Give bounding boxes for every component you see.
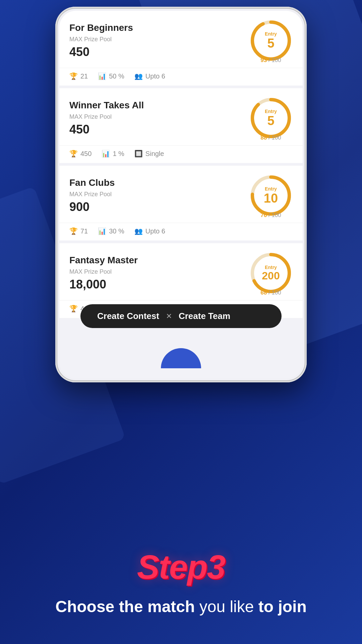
create-contest-label[interactable]: Create Contest xyxy=(97,311,159,321)
contest-card-fanclubs[interactable]: Fan Clubs MAX Prize Pool 900 Entry 10 xyxy=(59,166,303,240)
stat-team-fanclubs: 👥 Upto 6 xyxy=(134,227,165,235)
partial-circle xyxy=(161,348,201,368)
entry-circle-inner-beginners: Entry 5 xyxy=(249,19,293,62)
card-info-winner: Winner Takes All MAX Prize Pool 450 xyxy=(69,100,144,137)
team-icon-fanclubs: 👥 xyxy=(134,227,143,235)
card-subtitle-fanclubs: MAX Prize Pool xyxy=(69,191,115,198)
stat-chart-value-fanclubs: 30 % xyxy=(109,227,124,235)
step-subtitle: Choose the match you like to join xyxy=(35,596,326,617)
card-main-fanclubs: Fan Clubs MAX Prize Pool 900 Entry 10 xyxy=(59,166,303,223)
create-team-label[interactable]: Create Team xyxy=(179,311,230,321)
card-title-fantasy: Fantasy Master xyxy=(69,255,138,266)
stat-chart-value-beginners: 50 % xyxy=(109,72,124,80)
card-prize-fanclubs: 900 xyxy=(69,200,115,214)
entry-circle-inner-fanclubs: Entry 10 xyxy=(249,174,293,217)
entry-label-winner: Entry xyxy=(265,109,277,114)
stat-trophy-value-beginners: 21 xyxy=(80,72,88,80)
card-main-winner: Winner Takes All MAX Prize Pool 450 Entr… xyxy=(59,88,303,145)
stat-trophy-winner: 🏆 450 xyxy=(69,150,92,158)
team-icon-winner: 🔲 xyxy=(134,150,143,158)
card-info-fantasy: Fantasy Master MAX Prize Pool 18,000 xyxy=(69,255,138,291)
stat-team-value-winner: Single xyxy=(145,150,164,158)
trophy-icon-fanclubs: 🏆 xyxy=(69,227,78,235)
phone-frame: For Beginners MAX Prize Pool 450 Entry 5 xyxy=(55,7,307,382)
bottom-action-bar: Create Contest ✕ Create Team xyxy=(80,304,282,328)
entry-circle-fanclubs: Entry 10 76 / 100 xyxy=(249,174,293,217)
entry-number-fantasy: 200 xyxy=(262,270,280,281)
stat-chart-winner: 📊 1 % xyxy=(102,150,124,158)
card-prize-fantasy: 18,000 xyxy=(69,277,138,291)
stat-trophy-beginners: 🏆 21 xyxy=(69,72,88,80)
entry-circle-inner-fantasy: Entry 200 xyxy=(249,251,293,295)
contests-list: For Beginners MAX Prize Pool 450 Entry 5 xyxy=(59,11,303,378)
entry-circle-inner-winner: Entry 5 xyxy=(249,96,293,140)
card-main-fantasy: Fantasy Master MAX Prize Pool 18,000 Ent… xyxy=(59,243,303,300)
subtitle-bold2: to join xyxy=(258,598,307,615)
stat-chart-beginners: 📊 50 % xyxy=(98,72,124,80)
card-info-fanclubs: Fan Clubs MAX Prize Pool 900 xyxy=(69,177,115,214)
entry-label-beginners: Entry xyxy=(265,32,277,36)
stat-team-value-beginners: Upto 6 xyxy=(145,72,165,80)
contest-card-winner[interactable]: Winner Takes All MAX Prize Pool 450 Entr… xyxy=(59,88,303,163)
entry-circle-beginners: Entry 5 93 / 100 xyxy=(249,19,293,62)
card-subtitle-beginners: MAX Prize Pool xyxy=(69,36,133,43)
entry-progress-beginners: 93 / 100 xyxy=(260,57,281,64)
step-section: Step3 Choose the match you like to join xyxy=(0,396,362,644)
stat-trophy-value-winner: 450 xyxy=(80,150,92,158)
trophy-icon-fantasy: 🏆 xyxy=(69,305,78,313)
stat-team-winner: 🔲 Single xyxy=(134,150,164,158)
card-info-beginners: For Beginners MAX Prize Pool 450 xyxy=(69,22,133,59)
stat-trophy-value-fanclubs: 71 xyxy=(80,227,88,235)
contest-card-fantasy[interactable]: Fantasy Master MAX Prize Pool 18,000 Ent… xyxy=(59,243,303,318)
entry-circle-winner: Entry 5 88 / 100 xyxy=(249,96,293,140)
divider-icon: ✕ xyxy=(166,312,172,321)
chart-icon-beginners: 📊 xyxy=(98,72,106,80)
card-subtitle-fantasy: MAX Prize Pool xyxy=(69,268,138,275)
entry-number-winner: 5 xyxy=(267,114,274,127)
entry-number-fanclubs: 10 xyxy=(264,192,278,205)
card-stats-fanclubs: 🏆 71 📊 30 % 👥 Upto 6 xyxy=(59,223,303,240)
card-main-beginners: For Beginners MAX Prize Pool 450 Entry 5 xyxy=(59,11,303,68)
step-title: Step3 xyxy=(137,548,225,586)
stat-team-beginners: 👥 Upto 6 xyxy=(134,72,165,80)
trophy-icon-beginners: 🏆 xyxy=(69,72,78,80)
phone-screen: For Beginners MAX Prize Pool 450 Entry 5 xyxy=(59,11,303,378)
card-prize-beginners: 450 xyxy=(69,45,133,59)
bottom-circle-area xyxy=(161,348,201,368)
chart-icon-winner: 📊 xyxy=(102,150,110,158)
entry-progress-fantasy: 68 / 100 xyxy=(260,289,281,296)
card-subtitle-winner: MAX Prize Pool xyxy=(69,113,144,120)
card-title-winner: Winner Takes All xyxy=(69,100,144,111)
card-stats-winner: 🏆 450 📊 1 % 🔲 Single xyxy=(59,145,303,163)
subtitle-bold1: Choose the match xyxy=(55,598,195,615)
entry-progress-winner: 88 / 100 xyxy=(260,135,281,141)
stat-chart-fanclubs: 📊 30 % xyxy=(98,227,124,235)
entry-number-beginners: 5 xyxy=(267,37,274,50)
card-prize-winner: 450 xyxy=(69,122,144,137)
stat-chart-value-winner: 1 % xyxy=(113,150,124,158)
card-title-beginners: For Beginners xyxy=(69,22,133,33)
team-icon-beginners: 👥 xyxy=(134,72,143,80)
chart-icon-fanclubs: 📊 xyxy=(98,227,106,235)
bottom-area xyxy=(59,338,303,378)
trophy-icon-winner: 🏆 xyxy=(69,150,78,158)
stat-team-value-fanclubs: Upto 6 xyxy=(145,227,165,235)
entry-label-fanclubs: Entry xyxy=(265,186,277,191)
stat-trophy-fanclubs: 🏆 71 xyxy=(69,227,88,235)
subtitle-normal: you like xyxy=(195,598,258,615)
contest-card-beginners[interactable]: For Beginners MAX Prize Pool 450 Entry 5 xyxy=(59,11,303,86)
entry-label-fantasy: Entry xyxy=(265,265,277,270)
entry-circle-fantasy: Entry 200 68 / 100 xyxy=(249,251,293,295)
card-stats-beginners: 🏆 21 📊 50 % 👥 Upto 6 xyxy=(59,68,303,86)
entry-progress-fanclubs: 76 / 100 xyxy=(260,212,281,219)
card-title-fanclubs: Fan Clubs xyxy=(69,177,115,188)
